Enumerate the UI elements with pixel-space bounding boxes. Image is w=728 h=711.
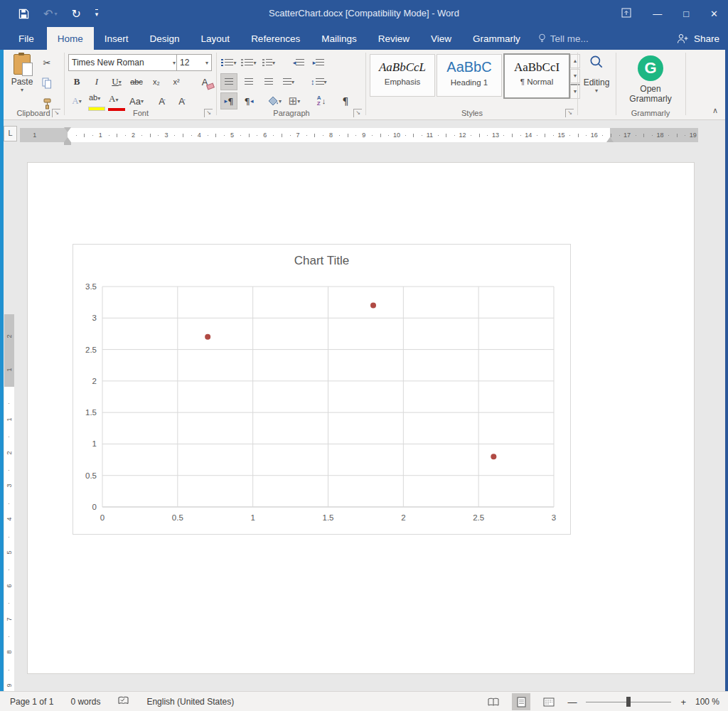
borders-button[interactable]: ⊞▾ bbox=[286, 92, 303, 109]
underline-button[interactable]: U▾ bbox=[108, 73, 125, 90]
tab-grammarly[interactable]: Grammarly bbox=[462, 27, 531, 50]
align-left-button[interactable] bbox=[220, 73, 237, 90]
document-area[interactable]: 2112345678910111213 Chart Title 00.511.5… bbox=[0, 152, 728, 691]
text-effects-button[interactable]: A▾ bbox=[68, 92, 85, 109]
ruler-tick bbox=[487, 135, 488, 136]
ruler-tick bbox=[405, 135, 406, 136]
customize-qat-button[interactable]: ▾ bbox=[95, 9, 99, 18]
multilevel-list-button[interactable]: ▾ bbox=[260, 54, 277, 71]
strikethrough-button[interactable]: abc bbox=[128, 73, 145, 90]
align-right-button[interactable] bbox=[260, 73, 277, 90]
zoom-out-button[interactable]: — bbox=[567, 697, 577, 707]
justify-button[interactable]: ▾ bbox=[280, 73, 297, 90]
data-point[interactable] bbox=[370, 303, 376, 309]
right-to-left-button[interactable]: ¶◂ bbox=[240, 92, 257, 109]
redo-button[interactable]: ↻ bbox=[71, 7, 80, 21]
copy-button[interactable] bbox=[38, 75, 55, 92]
zoom-slider-thumb[interactable] bbox=[626, 697, 631, 707]
numbering-button[interactable]: ▾ bbox=[240, 54, 257, 71]
language-indicator[interactable]: English (United States) bbox=[146, 697, 234, 707]
tab-layout[interactable]: Layout bbox=[191, 27, 241, 50]
bold-button[interactable]: B bbox=[68, 73, 85, 90]
tab-design[interactable]: Design bbox=[139, 27, 191, 50]
save-button[interactable] bbox=[18, 9, 29, 19]
style-heading-1[interactable]: AaBbC Heading 1 bbox=[437, 54, 502, 97]
italic-button[interactable]: I bbox=[88, 73, 105, 90]
style-emphasis[interactable]: AaBbCcL Emphasis bbox=[370, 54, 435, 97]
sort-button[interactable]: AZ ↓ bbox=[313, 92, 330, 109]
word-count[interactable]: 0 words bbox=[70, 697, 100, 707]
close-button[interactable]: ✕ bbox=[710, 9, 718, 19]
clear-formatting-button[interactable]: A bbox=[196, 73, 213, 90]
bullets-button[interactable]: ▾ bbox=[220, 54, 237, 71]
tell-me-box[interactable]: Tell me... bbox=[531, 27, 596, 50]
paste-button[interactable]: Paste ▾ bbox=[7, 53, 37, 115]
font-size-select[interactable]: 12 ▾ bbox=[176, 54, 212, 71]
paragraph-dialog-launcher[interactable]: ↘ bbox=[353, 109, 362, 117]
grow-font-button[interactable]: Aˆ bbox=[154, 92, 171, 109]
tab-mailings[interactable]: Mailings bbox=[311, 27, 368, 50]
collapse-ribbon-button[interactable]: ∧ bbox=[712, 106, 718, 115]
first-line-indent-marker[interactable] bbox=[64, 127, 71, 132]
window-controls: — □ ✕ bbox=[621, 0, 718, 27]
ruler-number: 9 bbox=[6, 680, 13, 690]
change-case-button[interactable]: Aa▾ bbox=[128, 92, 145, 109]
data-point[interactable] bbox=[205, 334, 210, 340]
chart-object[interactable]: Chart Title 00.511.522.533.500.511.522.5… bbox=[73, 244, 571, 535]
zoom-slider[interactable] bbox=[586, 697, 671, 707]
cut-button[interactable]: ✂ bbox=[38, 54, 55, 71]
document-page[interactable]: Chart Title 00.511.522.533.500.511.522.5… bbox=[27, 162, 695, 674]
font-color-button[interactable]: A▾ bbox=[108, 92, 125, 109]
paste-dropdown-arrow[interactable]: ▾ bbox=[7, 87, 37, 93]
undo-button[interactable]: ↶▾ bbox=[43, 7, 57, 21]
ruler-tick bbox=[208, 135, 208, 136]
increase-indent-button[interactable]: ▸ bbox=[310, 54, 327, 71]
zoom-in-button[interactable]: + bbox=[680, 697, 686, 707]
tab-file[interactable]: File bbox=[6, 27, 47, 50]
shrink-font-button[interactable]: Aˇ bbox=[173, 92, 191, 109]
maximize-button[interactable]: □ bbox=[683, 9, 689, 19]
zoom-level[interactable]: 100 % bbox=[695, 697, 719, 707]
align-center-button[interactable] bbox=[240, 73, 257, 90]
paste-icon bbox=[14, 54, 31, 75]
line-spacing-button[interactable]: ↕▾ bbox=[310, 73, 328, 90]
right-indent-marker[interactable] bbox=[606, 137, 614, 142]
tab-home[interactable]: Home bbox=[47, 27, 94, 50]
shading-button[interactable]: ▾ bbox=[266, 92, 283, 109]
subscript-button[interactable]: x₂ bbox=[148, 73, 165, 90]
font-family-select[interactable]: Times New Roman ▾ bbox=[68, 54, 179, 71]
share-button[interactable]: Share bbox=[677, 27, 719, 50]
tab-references[interactable]: References bbox=[240, 27, 311, 50]
ribbon-display-options-button[interactable] bbox=[621, 8, 631, 20]
font-dialog-launcher[interactable]: ↘ bbox=[204, 109, 213, 117]
paragraph-group-label: Paragraph bbox=[219, 109, 364, 117]
proofing-status[interactable] bbox=[117, 696, 129, 707]
tab-review[interactable]: Review bbox=[368, 27, 420, 50]
superscript-button[interactable]: x² bbox=[168, 73, 185, 90]
word-window: ↶▾ ↻ ▾ ScatterChart.docx [Compatibility … bbox=[0, 0, 728, 711]
hanging-indent-marker[interactable] bbox=[64, 137, 71, 142]
left-to-right-button[interactable]: ▸¶ bbox=[220, 92, 237, 109]
print-layout-button[interactable] bbox=[512, 693, 530, 710]
tab-insert[interactable]: Insert bbox=[94, 27, 139, 50]
minimize-button[interactable]: — bbox=[653, 9, 662, 19]
tab-selector[interactable]: L bbox=[4, 126, 17, 141]
web-layout-button[interactable] bbox=[540, 693, 558, 710]
data-point[interactable] bbox=[491, 454, 496, 459]
editing-button[interactable]: Editing ▾ bbox=[579, 54, 614, 94]
tab-view[interactable]: View bbox=[420, 27, 462, 50]
v-ruler[interactable]: 2112345678910111213 bbox=[4, 314, 14, 711]
styles-dialog-launcher[interactable]: ↘ bbox=[565, 109, 574, 117]
ruler-tick bbox=[306, 135, 307, 136]
style-normal[interactable]: AaBbCcI ¶ Normal bbox=[503, 53, 570, 99]
show-hide-marks-button[interactable]: ¶ bbox=[337, 92, 354, 109]
clipboard-dialog-launcher[interactable]: ↘ bbox=[52, 109, 60, 117]
h-ruler[interactable]: 112345678910111213141516171819 bbox=[20, 128, 698, 142]
read-mode-button[interactable] bbox=[484, 693, 503, 710]
decrease-indent-button[interactable]: ◂ bbox=[290, 54, 307, 71]
ruler-tick bbox=[9, 670, 9, 670]
highlight-color-button[interactable]: ab▾ bbox=[88, 92, 105, 109]
open-grammarly-button[interactable]: G Open Grammarly bbox=[617, 54, 684, 104]
left-indent-marker[interactable] bbox=[64, 142, 71, 145]
page-indicator[interactable]: Page 1 of 1 bbox=[10, 697, 53, 707]
